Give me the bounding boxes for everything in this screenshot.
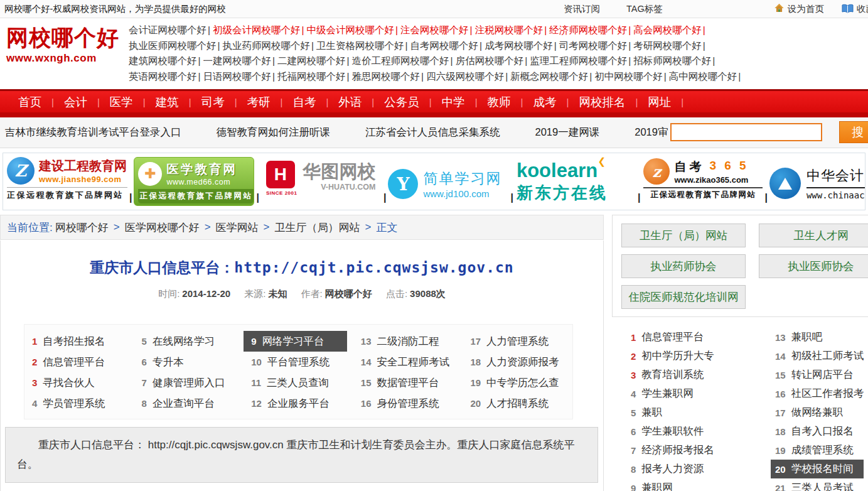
header-link[interactable]: 执业医师网校哪个好: [129, 40, 217, 51]
hot-link-item[interactable]: 2信息管理平台: [24, 352, 134, 372]
header-link[interactable]: 日语网校哪个好: [203, 71, 272, 82]
subbar-link[interactable]: 德智教育网如何注册听课: [217, 126, 331, 139]
sidebar-list-item[interactable]: 21三类人员考试: [775, 478, 864, 491]
header-link[interactable]: 雅思网校哪个好: [352, 71, 421, 82]
sidebar-list-item[interactable]: 19成绩管理系统: [775, 441, 864, 460]
hot-link-item[interactable]: 14安全工程师考试: [353, 352, 463, 372]
subbar-link[interactable]: 吉林市继续教育培训考试平台登录入口: [5, 126, 181, 139]
header-link[interactable]: 高会网校哪个好: [633, 24, 702, 35]
site-logo[interactable]: 网校哪个好 www.wxngh.com: [0, 18, 129, 89]
header-link[interactable]: 经济师网校哪个好: [549, 24, 627, 35]
header-link[interactable]: 招标师网校哪个好: [633, 55, 711, 66]
header-link[interactable]: 司考网校哪个好: [559, 40, 628, 51]
sidebar-list-item[interactable]: 17做网络兼职: [775, 403, 864, 422]
nav-item[interactable]: 建筑: [146, 94, 189, 110]
nav-item[interactable]: 会计: [54, 94, 97, 110]
banner-jianshe99[interactable]: Z 建设工程教育网 www.jianshe99.com 正保远程教育旗下品牌网站: [7, 157, 127, 206]
sidebar-list-item[interactable]: 3教育培训系统: [631, 365, 714, 384]
banner-zikao365[interactable]: z 自考 3 6 5 www.zikao365.com 正保远程教育旗下品牌网站: [642, 157, 763, 206]
nav-item[interactable]: 自考: [282, 94, 326, 110]
subbar-link[interactable]: 2019一建网课: [535, 126, 600, 139]
hot-link-item[interactable]: 16身份管理系统: [353, 393, 463, 414]
header-link[interactable]: 考研网校哪个好: [633, 40, 702, 51]
header-link[interactable]: 中级会计网校哪个好: [307, 24, 395, 35]
header-link[interactable]: 初级会计网校哪个好: [213, 24, 301, 35]
header-link[interactable]: 四六级网校哪个好: [426, 71, 504, 82]
header-link[interactable]: 高中网校哪个好: [669, 71, 737, 82]
search-button[interactable]: 搜: [839, 121, 868, 143]
nav-item[interactable]: 教师: [478, 94, 521, 110]
header-link[interactable]: 英语网校哪个好: [129, 71, 197, 82]
sidebar-list-item[interactable]: 4学生兼职网: [631, 384, 714, 403]
sidebar-list-item[interactable]: 15转让网店平台: [775, 365, 864, 384]
nav-item[interactable]: 中学: [432, 94, 475, 110]
sidebar-button-pharmacist-assoc[interactable]: 执业药师协会: [621, 254, 746, 278]
header-link[interactable]: 注会网校哪个好: [400, 24, 469, 35]
hot-link-item[interactable]: 8企业查询平台: [134, 393, 244, 414]
sidebar-button-physician-assoc[interactable]: 执业医师协会: [759, 254, 868, 278]
header-link[interactable]: 会计证网校哪个好: [129, 24, 206, 35]
header-link[interactable]: 房估网校哪个好: [456, 55, 524, 66]
hot-link-item[interactable]: 9网络学习平台: [244, 331, 347, 352]
breadcrumb-item[interactable]: 卫生厅（局）网站: [275, 220, 360, 235]
breadcrumb-item[interactable]: 医学网校哪个好: [125, 220, 200, 235]
favorite-link[interactable]: 收藏本站: [842, 3, 868, 15]
header-link[interactable]: 建筑网校哪个好: [129, 55, 197, 66]
sidebar-list-item[interactable]: 13兼职吧: [775, 328, 864, 347]
header-link[interactable]: 注税网校哪个好: [475, 24, 544, 35]
sidebar-list-item[interactable]: 6学生兼职软件: [631, 422, 714, 441]
banner-huatu[interactable]: H SINCE 2001 华图网校 V-HUATU.COM: [261, 157, 382, 206]
hot-link-item[interactable]: 12企业服务平台: [244, 393, 353, 414]
nav-item[interactable]: 司考: [191, 94, 235, 110]
banner-chinaacc[interactable]: 中华会计网校 www.chinaacc.com: [769, 157, 865, 206]
sidebar-list-item[interactable]: 1信息管理平台: [631, 328, 714, 347]
nav-item[interactable]: 考研: [237, 94, 281, 110]
banner-med66[interactable]: ✚ 医学教育网 www.med66.com 正保远程教育旗下品牌网站: [134, 157, 254, 206]
nav-item[interactable]: 成考: [523, 94, 566, 110]
hot-link-item[interactable]: 3寻找合伙人: [24, 372, 134, 393]
header-link[interactable]: 新概念网校哪个好: [510, 71, 588, 82]
sidebar-list-item[interactable]: 7经济师报考报名: [631, 441, 714, 460]
banner-jd100[interactable]: Y 简单学习网 www.jd100.com: [388, 157, 508, 206]
hot-link-item[interactable]: 19中专学历怎么查: [463, 372, 572, 393]
sidebar-list-item[interactable]: 2初中学历升大专: [631, 347, 714, 365]
sidebar-button-health-dept[interactable]: 卫生厅（局）网站: [621, 224, 746, 247]
hot-link-item[interactable]: 10平台管理系统: [244, 352, 353, 372]
nav-item[interactable]: 首页: [8, 94, 51, 110]
hot-link-item[interactable]: 5在线网络学习: [134, 331, 244, 352]
hot-link-item[interactable]: 20人才招聘系统: [463, 393, 572, 414]
nav-item[interactable]: 外语: [328, 94, 372, 110]
nav-item[interactable]: 网址: [638, 94, 681, 110]
header-link[interactable]: 造价工程师网校哪个好: [352, 55, 449, 66]
breadcrumb-item[interactable]: 网校哪个好: [55, 220, 109, 235]
sidebar-list-item[interactable]: 8报考人力资源: [631, 460, 714, 478]
sidebar-list-item[interactable]: 16社区工作者报考: [775, 384, 864, 403]
sidebar-list-item[interactable]: 5兼职: [631, 403, 714, 422]
hot-link-item[interactable]: 15数据管理平台: [353, 372, 463, 393]
sidebar-list-item[interactable]: 14初级社工师考试: [775, 347, 864, 365]
search-input[interactable]: [670, 123, 822, 141]
breadcrumb-item[interactable]: 医学网站: [216, 220, 259, 235]
header-link[interactable]: 成考网校哪个好: [485, 40, 553, 51]
subbar-link[interactable]: 江苏省会计人员信息采集系统: [365, 126, 500, 139]
header-link[interactable]: 一建网校哪个好: [203, 55, 272, 66]
nav-item[interactable]: 公务员: [374, 94, 429, 110]
hot-link-item[interactable]: 18人力资源师报考: [463, 352, 572, 372]
topbar-link[interactable]: TAG标签: [626, 4, 663, 14]
breadcrumb-item[interactable]: 正文: [376, 220, 397, 235]
sidebar-list-item[interactable]: 9兼职网: [631, 478, 714, 491]
sidebar-list-item[interactable]: 18自考入口报名: [775, 422, 864, 441]
hot-link-item[interactable]: 6专升本: [134, 352, 244, 372]
header-link[interactable]: 初中网校哪个好: [594, 71, 663, 82]
sidebar-button-health-talent[interactable]: 卫生人才网: [759, 224, 868, 247]
hot-link-item[interactable]: 7健康管理师入口: [134, 372, 244, 393]
hot-link-item[interactable]: 13二级消防工程: [353, 331, 463, 352]
subbar-link[interactable]: 2019审: [635, 126, 668, 139]
nav-item[interactable]: 医学: [100, 94, 143, 110]
header-link[interactable]: 二建网校哪个好: [277, 55, 346, 66]
sidebar-button-resident-training[interactable]: 住院医师规范化培训网: [621, 285, 746, 309]
hot-link-item[interactable]: 11三类人员查询: [244, 372, 353, 393]
header-link[interactable]: 监理工程师网校哪个好: [530, 55, 627, 66]
nav-item[interactable]: 网校排名: [569, 94, 635, 110]
hot-link-item[interactable]: 17人力管理系统: [463, 331, 572, 352]
